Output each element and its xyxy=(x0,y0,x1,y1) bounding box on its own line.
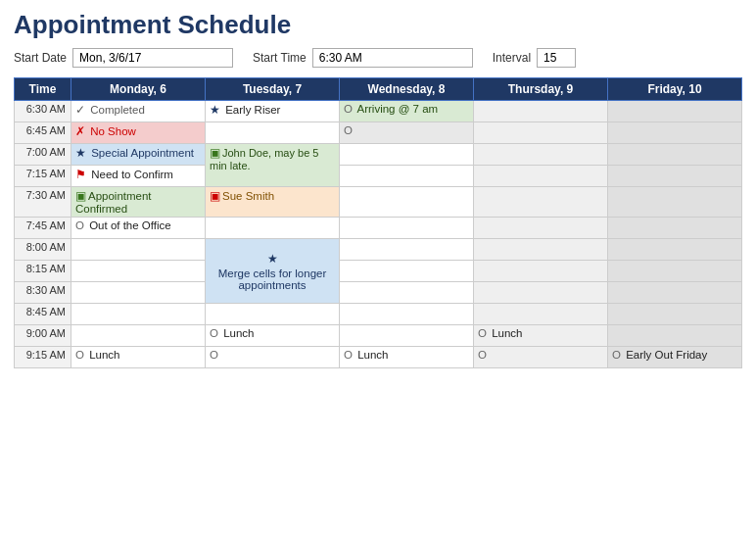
friday-cell xyxy=(608,144,742,166)
check-icon: ✓ xyxy=(75,104,85,116)
col-header-time: Time xyxy=(15,78,71,101)
cell-text: Lunch xyxy=(223,327,254,339)
tuesday-cell: ▣John Doe, may be 5 min late. xyxy=(206,144,340,187)
table-row: 8:30 AM xyxy=(15,282,742,304)
table-row: 9:15 AM O Lunch O O Lunch O O Early Out … xyxy=(15,347,742,368)
table-row: 7:15 AM ⚑ Need to Confirm xyxy=(15,166,742,187)
thursday-cell xyxy=(474,101,608,122)
flag-icon: ⚑ xyxy=(75,169,86,180)
o-icon: O xyxy=(344,103,353,115)
time-cell: 8:30 AM xyxy=(15,282,71,304)
time-cell: 8:15 AM xyxy=(15,261,71,282)
time-cell: 7:15 AM xyxy=(15,166,71,187)
wednesday-cell xyxy=(340,218,474,239)
wednesday-cell: O Lunch xyxy=(340,347,474,368)
col-header-tuesday: Tuesday, 7 xyxy=(206,78,340,101)
flag-icon: ▣ xyxy=(210,147,220,159)
thursday-cell xyxy=(474,144,608,166)
cell-text: John Doe, may be 5 min late. xyxy=(210,147,318,171)
o-icon: O xyxy=(344,349,353,361)
cell-text: Sue Smith xyxy=(222,190,274,202)
table-body: 6:30 AM ✓ Completed ★ Early Riser O Arri… xyxy=(15,101,742,368)
friday-cell: O Early Out Friday xyxy=(608,347,742,368)
wednesday-cell xyxy=(340,304,474,325)
thursday-cell: O xyxy=(474,347,608,368)
table-row: 6:45 AM ✗ No Show O xyxy=(15,122,742,144)
interval-input[interactable] xyxy=(537,48,576,68)
thursday-cell xyxy=(474,282,608,304)
cell-text: Out of the Office xyxy=(89,219,171,231)
thursday-cell xyxy=(474,166,608,187)
time-cell: 7:30 AM xyxy=(15,187,71,218)
thursday-cell xyxy=(474,187,608,218)
o-icon: O xyxy=(75,349,84,361)
start-date-label: Start Date xyxy=(14,51,67,65)
tuesday-cell: O xyxy=(206,347,340,368)
tuesday-cell xyxy=(206,304,340,325)
friday-cell xyxy=(608,282,742,304)
col-header-thursday: Thursday, 9 xyxy=(474,78,608,101)
wednesday-cell xyxy=(340,325,474,347)
cell-text: Special Appointment xyxy=(91,147,194,159)
table-row: 8:00 AM ★Merge cells for longer appointm… xyxy=(15,239,742,261)
time-cell: 7:00 AM xyxy=(15,144,71,166)
thursday-cell xyxy=(474,239,608,261)
cell-text: Appointment Confirmed xyxy=(75,190,152,215)
wednesday-cell: O xyxy=(340,122,474,144)
cell-text: Lunch xyxy=(89,349,119,361)
star-icon: ★ xyxy=(210,104,220,116)
wednesday-cell xyxy=(340,144,474,166)
table-row: 8:15 AM xyxy=(15,261,742,282)
start-time-label: Start Time xyxy=(253,51,307,65)
o-icon: O xyxy=(612,349,621,361)
monday-cell: ⚑ Need to Confirm xyxy=(71,166,206,187)
table-row: 8:45 AM xyxy=(15,304,742,325)
start-date-input[interactable] xyxy=(72,48,233,68)
table-row: 7:00 AM ★ Special Appointment ▣John Doe,… xyxy=(15,144,742,166)
time-cell: 9:15 AM xyxy=(15,347,71,368)
star-icon: ★ xyxy=(75,147,86,159)
monday-cell xyxy=(71,304,206,325)
start-time-input[interactable] xyxy=(312,48,473,68)
wednesday-cell: O Arriving @ 7 am xyxy=(340,101,474,122)
monday-cell xyxy=(71,282,206,304)
cell-text: Need to Confirm xyxy=(91,169,173,180)
thursday-cell xyxy=(474,122,608,144)
friday-cell xyxy=(608,304,742,325)
table-header: Time Monday, 6 Tuesday, 7 Wednesday, 8 T… xyxy=(15,78,742,101)
tuesday-cell: O Lunch xyxy=(206,325,340,347)
time-cell: 7:45 AM xyxy=(15,218,71,239)
flag-icon: ▣ xyxy=(210,190,220,202)
col-header-friday: Friday, 10 xyxy=(608,78,742,101)
table-row: 6:30 AM ✓ Completed ★ Early Riser O Arri… xyxy=(15,101,742,122)
controls-bar: Start Date Start Time Interval xyxy=(14,48,742,68)
wednesday-cell xyxy=(340,282,474,304)
tuesday-cell xyxy=(206,218,340,239)
star-icon: ★ xyxy=(210,252,335,266)
col-header-wednesday: Wednesday, 8 xyxy=(340,78,474,101)
tuesday-cell: ★ Early Riser xyxy=(206,101,340,122)
o-icon: O xyxy=(478,327,487,339)
start-time-group: Start Time xyxy=(253,48,473,68)
friday-cell xyxy=(608,325,742,347)
monday-cell: ✗ No Show xyxy=(71,122,206,144)
thursday-cell xyxy=(474,261,608,282)
schedule-table: Time Monday, 6 Tuesday, 7 Wednesday, 8 T… xyxy=(14,77,742,368)
interval-label: Interval xyxy=(493,51,531,65)
monday-cell: ★ Special Appointment xyxy=(71,144,206,166)
time-cell: 9:00 AM xyxy=(15,325,71,347)
wednesday-cell xyxy=(340,239,474,261)
wednesday-cell xyxy=(340,261,474,282)
cell-text: No Show xyxy=(90,125,136,137)
friday-cell xyxy=(608,187,742,218)
friday-cell xyxy=(608,122,742,144)
cell-text: Lunch xyxy=(357,349,388,361)
time-cell: 8:00 AM xyxy=(15,239,71,261)
cell-text: Early Out Friday xyxy=(626,349,707,361)
cell-text: Completed xyxy=(90,104,145,116)
tuesday-cell: ★Merge cells for longer appointments xyxy=(206,239,340,304)
monday-cell: O Lunch xyxy=(71,347,206,368)
time-cell: 6:45 AM xyxy=(15,122,71,144)
time-cell: 6:30 AM xyxy=(15,101,71,122)
tuesday-cell: ▣Sue Smith xyxy=(206,187,340,218)
